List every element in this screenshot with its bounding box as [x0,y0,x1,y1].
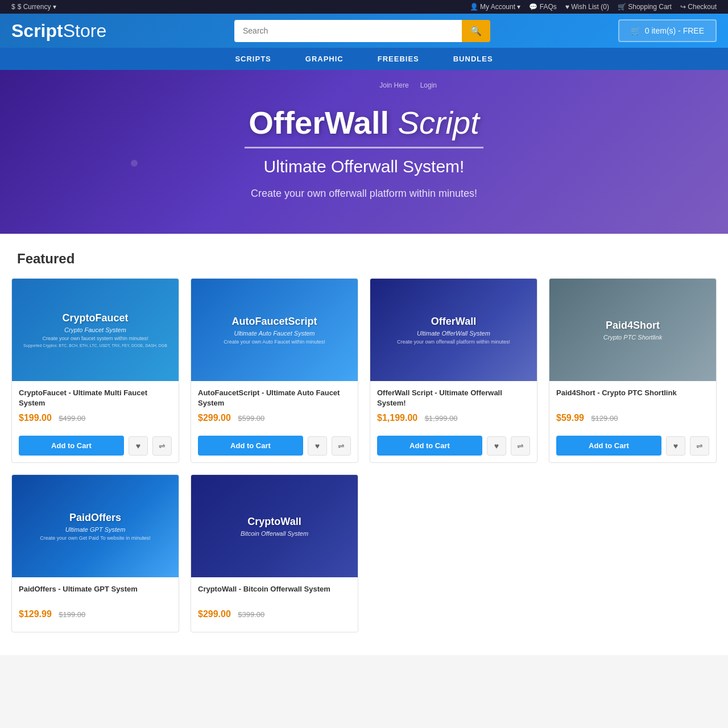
product-supported-1: Supported Cryptos: BTC, BCH, ETH, LTC, U… [23,344,167,348]
product-img-text-1: CryptoFaucet Crypto Faucet System Create… [15,304,176,356]
product-info-6: CryptoWall - Bitcoin Offerwall System $2… [191,577,358,632]
nav-scripts[interactable]: SCRIPTS [218,48,288,70]
product-name-5: PaidOffers - Ultimate GPT System [19,584,172,605]
heart-icon: ♥ [565,3,569,11]
chevron-down-icon: ▾ [53,3,56,11]
product-card-1: CryptoFaucet Crypto Faucet System Create… [11,278,179,463]
search-input[interactable] [234,20,462,42]
hero-dot-1 [131,160,138,167]
chevron-down-icon: ▾ [517,3,520,11]
chat-icon: 💬 [529,3,537,11]
hero-login-links: Join Here Login [379,81,437,89]
top-bar: $ $ Currency ▾ 👤 My Account ▾ 💬 FAQs ♥ W… [0,0,728,14]
product-actions-4: Add to Cart ♥ ⇌ [549,436,716,462]
logo[interactable]: ScriptStore [11,20,106,42]
currency-button[interactable]: $ $ Currency ▾ [11,3,56,11]
featured-section: Featured CryptoFaucet Crypto Faucet Syst… [0,234,728,655]
compare-button-1[interactable]: ⇌ [152,436,172,456]
top-bar-left: $ $ Currency ▾ [11,3,56,11]
search-button[interactable]: 🔍 [462,20,490,42]
product-info-4: Paid4Short - Crypto PTC Shortlink $59.99… [549,381,716,436]
product-img-text-4: Paid4Short Crypto PTC Shortlink [595,311,671,349]
product-price-6: $299.00 $399.00 [198,609,351,619]
add-to-cart-button-3[interactable]: Add to Cart [377,436,482,456]
add-to-cart-button-1[interactable]: Add to Cart [19,436,124,456]
product-price-4: $59.99 $129.00 [556,413,709,423]
header: ScriptStore 🔍 🛒 0 item(s) - FREE [0,14,728,48]
product-img-title-6: CryptoWall [241,516,308,528]
product-image-6: CryptoWall Bitcoin Offerwall System [191,475,358,577]
product-name-3: OfferWall Script - Ultimate Offerwall Sy… [377,388,530,408]
wishlist-button-4[interactable]: ♥ [666,436,685,456]
hero-subtitle: Ultimate Offerwall System! [264,157,465,176]
product-image-3: OfferWall Ultimate OfferWall System Crea… [370,279,537,381]
product-img-title-3: OfferWall [397,316,510,328]
wishlist-link[interactable]: ♥ Wish List (0) [565,3,609,11]
product-img-title-5: PaidOffers [40,512,150,524]
wishlist-button-2[interactable]: ♥ [308,436,327,456]
add-to-cart-button-2[interactable]: Add to Cart [198,436,303,456]
compare-button-4[interactable]: ⇌ [690,436,709,456]
product-card-6: CryptoWall Bitcoin Offerwall System Cryp… [191,474,358,632]
product-name-2: AutoFaucetScript - Ultimate Auto Faucet … [198,388,351,408]
product-img-subtitle-5: Ultimate GPT System [40,526,150,533]
product-img-subtitle-2: Ultimate Auto Faucet System [224,330,325,337]
my-account-link[interactable]: 👤 My Account ▾ [470,3,521,11]
hero-underline [245,147,483,148]
search-icon: 🔍 [470,26,482,36]
product-img-text-5: PaidOffers Ultimate GPT System Create yo… [31,503,159,549]
nav-graphic[interactable]: GRAPHIC [288,48,361,70]
product-img-subtitle-3: Ultimate OfferWall System [397,330,510,337]
price-old-2: $599.00 [238,414,264,423]
price-current-1: $199.00 [19,413,52,423]
compare-button-2[interactable]: ⇌ [332,436,351,456]
product-name-4: Paid4Short - Crypto PTC Shortlink [556,388,709,408]
product-name-6: CryptoWall - Bitcoin Offerwall System [198,584,351,605]
price-old-1: $499.00 [59,414,85,423]
price-current-2: $299.00 [198,413,231,423]
faqs-link[interactable]: 💬 FAQs [529,3,556,11]
product-img-desc-3: Create your own offerwall platform withi… [397,339,510,345]
add-to-cart-button-4[interactable]: Add to Cart [556,436,661,456]
logo-bold: Script [11,20,63,41]
product-img-desc-1: Create your own faucet system within min… [23,336,167,341]
arrow-icon: ↪ [680,3,686,11]
wishlist-button-3[interactable]: ♥ [487,436,506,456]
checkout-link[interactable]: ↪ Checkout [680,3,717,11]
product-card-5: PaidOffers Ultimate GPT System Create yo… [11,474,179,632]
product-info-2: AutoFaucetScript - Ultimate Auto Faucet … [191,381,358,436]
currency-label: $ Currency [18,3,51,11]
product-img-text-6: CryptoWall Bitcoin Offerwall System [232,507,317,545]
hero-title: OfferWall Script [249,104,479,141]
products-grid-row2: PaidOffers Ultimate GPT System Create yo… [11,474,717,632]
product-card-4: Paid4Short Crypto PTC Shortlink Paid4Sho… [549,278,717,463]
product-name-1: CryptoFaucet - Ultimate Multi Faucet Sys… [19,388,172,408]
search-form: 🔍 [234,20,490,42]
product-image-4: Paid4Short Crypto PTC Shortlink [549,279,716,381]
wishlist-button-1[interactable]: ♥ [129,436,148,456]
price-current-4: $59.99 [556,413,584,423]
cart-button[interactable]: 🛒 0 item(s) - FREE [618,19,717,42]
product-card-2: AutoFaucetScript Ultimate Auto Faucet Sy… [191,278,358,463]
compare-button-3[interactable]: ⇌ [511,436,530,456]
product-actions-2: Add to Cart ♥ ⇌ [191,436,358,462]
nav-bundles[interactable]: BUNDLES [436,48,510,70]
login-link[interactable]: Login [420,81,437,89]
nav-freebies[interactable]: FREEBIES [361,48,436,70]
product-img-subtitle-4: Crypto PTC Shortlink [603,334,662,341]
price-old-3: $1,999.00 [425,414,458,423]
product-price-1: $199.00 $499.00 [19,413,172,423]
product-image-5: PaidOffers Ultimate GPT System Create yo… [12,475,179,577]
cart-count: 0 item(s) - FREE [645,26,704,35]
product-card-3: OfferWall Ultimate OfferWall System Crea… [370,278,537,463]
product-info-3: OfferWall Script - Ultimate Offerwall Sy… [370,381,537,436]
hero-tagline: Create your own offerwall platform withi… [251,188,477,200]
price-old-4: $129.00 [591,414,618,423]
products-grid-row1: CryptoFaucet Crypto Faucet System Create… [11,278,717,463]
product-price-5: $129.99 $199.00 [19,609,172,619]
product-img-title-4: Paid4Short [603,320,662,332]
shopping-cart-link[interactable]: 🛒 Shopping Cart [618,3,672,11]
price-current-3: $1,199.00 [377,413,417,423]
product-info-5: PaidOffers - Ultimate GPT System $129.99… [12,577,179,632]
join-link[interactable]: Join Here [379,81,408,89]
